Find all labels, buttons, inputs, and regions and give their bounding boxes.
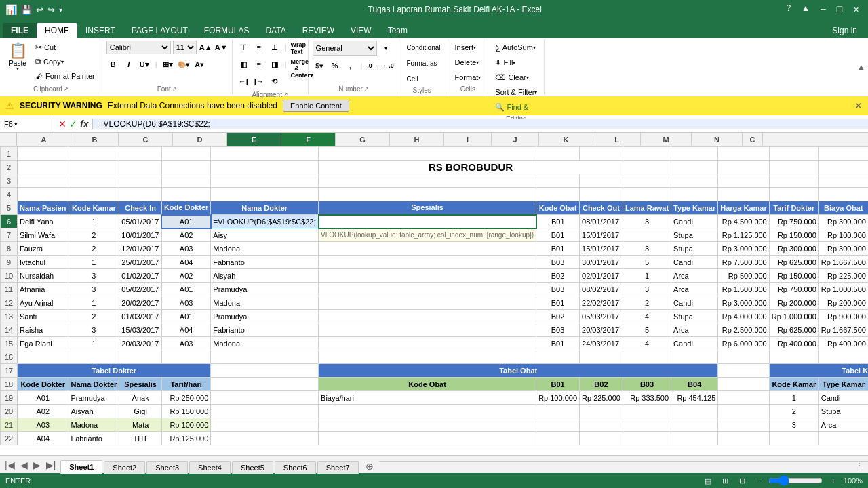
col-header-k[interactable]: K — [539, 133, 593, 146]
tab-home[interactable]: HOME — [37, 23, 77, 38]
comma-button[interactable]: , — [344, 59, 357, 73]
format-painter-button[interactable]: 🖌 Format Painter — [33, 69, 98, 83]
row-num-19[interactable]: 19 — [1, 391, 18, 405]
fill-button[interactable]: ⬇ Fill ▾ — [492, 56, 518, 69]
col-header-b[interactable]: B — [71, 133, 119, 146]
zoom-out-button[interactable]: − — [753, 476, 763, 485]
percent-button[interactable]: % — [328, 59, 342, 73]
row-num-12[interactable]: 12 — [1, 296, 18, 310]
cut-button[interactable]: ✂ Cut — [33, 41, 98, 54]
font-name-select[interactable]: Calibri — [106, 41, 171, 54]
col-header-n[interactable]: N — [692, 133, 743, 146]
tabel-dokter-title[interactable]: Tabel Dokter — [18, 364, 211, 378]
zoom-slider[interactable] — [768, 475, 823, 486]
autosum-button[interactable]: ∑ AutoSum ▾ — [492, 41, 538, 54]
header-biaya-obat[interactable]: Biaya Obat — [818, 201, 868, 215]
row-num-11[interactable]: 11 — [1, 283, 18, 296]
help-icon[interactable]: ? — [782, 3, 795, 16]
cell-g6[interactable]: B01 — [536, 215, 580, 228]
tab-review[interactable]: REVIEW — [294, 23, 342, 38]
page-layout-view-button[interactable]: ⊞ — [719, 476, 731, 486]
sort-filter-button[interactable]: Sort & Filter ▾ — [492, 85, 540, 99]
decimal-decrease-button[interactable]: ←.0 — [381, 59, 395, 73]
paste-button[interactable]: 📋 Paste ▾ — [4, 41, 31, 73]
sheet-tab-sheet5[interactable]: Sheet5 — [232, 461, 273, 474]
middle-align-button[interactable]: ≡ — [252, 41, 266, 54]
header-kode-dokter[interactable]: Kode Dokter — [161, 201, 210, 215]
header-lama-rawat[interactable]: Lama Rawat — [623, 201, 671, 215]
col-header-l[interactable]: L — [593, 133, 641, 146]
col-header-e[interactable]: E — [227, 133, 281, 146]
tab-formulas[interactable]: FORMULAS — [196, 23, 258, 38]
title-cell[interactable]: RS BOROBUDUR — [319, 161, 623, 174]
row-num-22[interactable]: 22 — [1, 432, 18, 445]
row-num-4[interactable]: 4 — [1, 188, 18, 201]
col-header-j[interactable]: J — [492, 133, 539, 146]
sheet-nav-next[interactable]: ▶ — [31, 460, 43, 470]
number-format-select[interactable]: General — [313, 41, 377, 56]
page-break-view-button[interactable]: ⊟ — [736, 476, 748, 486]
tab-insert[interactable]: INSERT — [77, 23, 123, 38]
formula-input[interactable] — [93, 119, 868, 129]
sheet-nav-prev[interactable]: ◀ — [18, 460, 30, 470]
header-harga-kamar[interactable]: Harga Kamar — [718, 201, 769, 215]
cell-i6[interactable]: 3 — [623, 215, 671, 228]
row-num-17[interactable]: 17 — [1, 364, 18, 378]
row-num-2[interactable]: 2 — [1, 161, 18, 174]
minimize-button[interactable]: ─ — [816, 3, 830, 16]
row-num-21[interactable]: 21 — [1, 418, 18, 432]
wrap-text-button[interactable]: Wrap Text — [290, 41, 304, 54]
header-nama-pasien[interactable]: Nama Pasien — [18, 201, 68, 215]
bottom-align-button[interactable]: ⊥ — [268, 41, 281, 54]
row-num-20[interactable]: 20 — [1, 405, 18, 418]
ribbon-toggle-icon[interactable]: ▲ — [797, 3, 814, 16]
format-button[interactable]: Format ▾ — [452, 70, 484, 84]
row-num-16[interactable]: 16 — [1, 350, 18, 364]
cell-e6[interactable]: =VLOOKUP(D6;$A$19:$C$22; — [211, 215, 319, 228]
cell-reference-box[interactable]: F6 ▾ — [0, 115, 54, 132]
tabel-obat-title[interactable]: Tabel Obat — [319, 364, 718, 378]
col-header-o[interactable]: C — [743, 133, 763, 146]
row-num-9[interactable]: 9 — [1, 256, 18, 269]
tab-page-layout[interactable]: PAGE LAYOUT — [123, 23, 196, 38]
tab-data[interactable]: DATA — [257, 23, 294, 38]
accounting-button[interactable]: $▾ — [313, 59, 326, 73]
tab-team[interactable]: Team — [380, 23, 416, 38]
cell-c6[interactable]: 05/01/2017 — [119, 215, 162, 228]
fill-color-button[interactable]: 🎨▾ — [177, 58, 191, 71]
sheet-nav-first[interactable]: |◀ — [3, 460, 17, 470]
row-num-6[interactable]: 6 — [1, 215, 18, 228]
sheet-tab-sheet2[interactable]: Sheet2 — [104, 461, 145, 474]
sheet-tab-sheet6[interactable]: Sheet6 — [275, 461, 316, 474]
fx-button[interactable]: fx — [80, 119, 88, 129]
row-num-7[interactable]: 7 — [1, 228, 18, 242]
collapse-ribbon-button[interactable]: ▲ — [857, 62, 865, 72]
delete-button[interactable]: Delete ▾ — [452, 56, 482, 69]
alignment-expand-icon[interactable]: ↗ — [283, 92, 288, 98]
font-expand-icon[interactable]: ↗ — [172, 86, 177, 92]
cell-a1[interactable] — [18, 147, 68, 161]
increase-font-button[interactable]: A▲ — [199, 41, 212, 54]
tabel-kamar-title[interactable]: Tabel Kamar — [769, 364, 868, 378]
restore-button[interactable]: ❐ — [833, 3, 846, 16]
underline-button[interactable]: U▾ — [138, 58, 151, 71]
header-kode-obat[interactable]: Kode Obat — [536, 201, 580, 215]
row-num-18[interactable]: 18 — [1, 378, 18, 391]
text-direction-button[interactable]: ⟲ — [268, 75, 281, 88]
undo-icon[interactable]: ↩ — [36, 5, 43, 15]
col-header-i[interactable]: I — [444, 133, 492, 146]
row-num-8[interactable]: 8 — [1, 242, 18, 256]
clipboard-expand-icon[interactable]: ↗ — [64, 86, 68, 92]
cell-d6[interactable]: A01 — [161, 215, 210, 228]
col-header-d[interactable]: D — [173, 133, 227, 146]
save-icon[interactable]: 💾 — [21, 5, 32, 15]
close-warning-button[interactable]: ✕ — [854, 100, 863, 111]
header-check-out[interactable]: Check Out — [580, 201, 623, 215]
row-num-3[interactable]: 3 — [1, 174, 18, 188]
sheet-nav-last[interactable]: ▶| — [44, 460, 58, 470]
tab-view[interactable]: VIEW — [342, 23, 380, 38]
row-num-5[interactable]: 5 — [1, 201, 18, 215]
decimal-increase-button[interactable]: .0→ — [366, 59, 379, 73]
border-button[interactable]: ⊞▾ — [161, 58, 175, 71]
close-button[interactable]: ✕ — [849, 3, 863, 16]
